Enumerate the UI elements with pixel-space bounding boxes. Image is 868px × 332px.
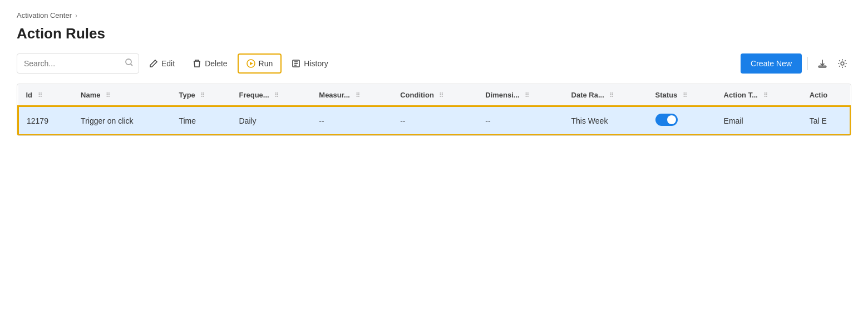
table-row[interactable]: 12179 Trigger on click Time Daily -- -- … — [18, 106, 851, 135]
svg-point-9 — [841, 62, 844, 65]
cell-type: Time — [171, 106, 231, 135]
run-icon — [246, 59, 255, 68]
col-header-dimension: Dimensi... ⠿ — [477, 84, 563, 106]
toolbar: Edit Delete Run — [17, 53, 851, 74]
delete-button[interactable]: Delete — [185, 53, 235, 74]
col-header-frequency: Freque... ⠿ — [231, 84, 312, 106]
cell-condition: -- — [392, 106, 477, 135]
cell-action: Tal E — [802, 106, 850, 135]
col-drag-type[interactable]: ⠿ — [200, 92, 205, 99]
status-toggle[interactable] — [655, 114, 678, 126]
cell-action-type: Email — [716, 106, 802, 135]
col-drag-frequency[interactable]: ⠿ — [274, 92, 279, 99]
search-container — [17, 53, 139, 74]
history-icon — [292, 59, 300, 68]
cell-measure: -- — [311, 106, 392, 135]
table-header-row: Id ⠿ Name ⠿ Type ⠿ Freque... ⠿ — [18, 84, 851, 106]
toolbar-divider — [807, 57, 808, 70]
col-drag-date-range[interactable]: ⠿ — [609, 92, 614, 99]
col-header-status: Status ⠿ — [648, 84, 716, 106]
page-title: Action Rules — [17, 25, 851, 42]
cell-id: 12179 — [18, 106, 73, 135]
cell-dimension: -- — [477, 106, 563, 135]
page-container: Activation Center › Action Rules Edit — [0, 0, 868, 332]
download-icon — [817, 58, 827, 69]
col-header-measure: Measur... ⠿ — [311, 84, 392, 106]
edit-button[interactable]: Edit — [141, 53, 183, 74]
col-drag-status[interactable]: ⠿ — [683, 92, 687, 99]
col-header-action-type: Action T... ⠿ — [716, 84, 802, 106]
col-drag-measure[interactable]: ⠿ — [356, 92, 360, 99]
download-button[interactable] — [813, 55, 831, 72]
settings-icon — [837, 58, 847, 69]
breadcrumb-parent[interactable]: Activation Center — [17, 11, 72, 19]
settings-button[interactable] — [834, 55, 851, 72]
col-header-type: Type ⠿ — [171, 84, 231, 106]
col-drag-action-type[interactable]: ⠿ — [763, 92, 768, 99]
cell-date-range: This Week — [564, 106, 648, 135]
action-rules-table: Id ⠿ Name ⠿ Type ⠿ Freque... ⠿ — [17, 84, 851, 135]
run-button[interactable]: Run — [238, 53, 282, 74]
breadcrumb-separator: › — [75, 12, 77, 19]
create-new-button[interactable]: Create New — [741, 53, 802, 74]
svg-rect-8 — [818, 66, 826, 67]
col-drag-condition[interactable]: ⠿ — [439, 92, 443, 99]
col-drag-dimension[interactable]: ⠿ — [525, 92, 529, 99]
cell-name: Trigger on click — [73, 106, 171, 135]
breadcrumb: Activation Center › — [17, 11, 851, 19]
col-drag-name[interactable]: ⠿ — [106, 92, 110, 99]
cell-frequency: Daily — [231, 106, 312, 135]
delete-icon — [193, 59, 201, 68]
svg-marker-3 — [250, 62, 253, 65]
col-header-condition: Condition ⠿ — [392, 84, 477, 106]
col-header-action: Actio — [802, 84, 850, 106]
table-wrapper: Id ⠿ Name ⠿ Type ⠿ Freque... ⠿ — [17, 84, 851, 136]
edit-icon — [149, 59, 158, 68]
col-drag-id[interactable]: ⠿ — [38, 92, 42, 99]
search-input[interactable] — [17, 53, 139, 74]
col-header-id: Id ⠿ — [18, 84, 73, 106]
history-button[interactable]: History — [284, 53, 336, 74]
col-header-name: Name ⠿ — [73, 84, 171, 106]
cell-status — [648, 106, 716, 135]
col-header-date-range: Date Ra... ⠿ — [564, 84, 648, 106]
